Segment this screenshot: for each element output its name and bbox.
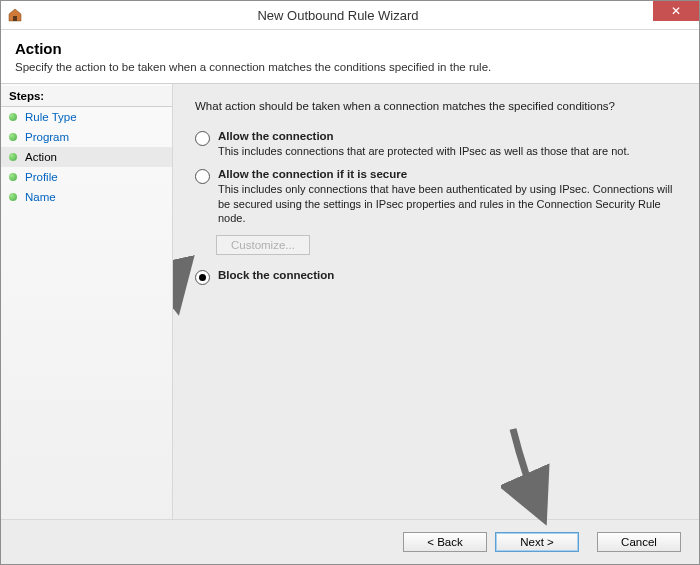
step-bullet-icon <box>9 173 17 181</box>
step-rule-type[interactable]: Rule Type <box>1 107 172 127</box>
option-title: Block the connection <box>218 269 677 281</box>
step-label: Profile <box>25 171 58 183</box>
step-name[interactable]: Name <box>1 187 172 207</box>
svg-rect-0 <box>13 16 17 21</box>
step-label: Program <box>25 131 69 143</box>
step-bullet-icon <box>9 133 17 141</box>
close-icon: ✕ <box>671 5 681 17</box>
option-body: Block the connection <box>218 269 677 283</box>
step-label: Name <box>25 191 56 203</box>
step-label: Rule Type <box>25 111 77 123</box>
action-prompt: What action should be taken when a conne… <box>195 100 677 112</box>
app-icon <box>7 7 23 23</box>
back-button[interactable]: < Back <box>403 532 487 552</box>
step-program[interactable]: Program <box>1 127 172 147</box>
cancel-button[interactable]: Cancel <box>597 532 681 552</box>
step-label: Action <box>25 151 57 163</box>
step-bullet-icon <box>9 193 17 201</box>
next-button[interactable]: Next > <box>495 532 579 552</box>
close-button[interactable]: ✕ <box>653 1 699 21</box>
step-profile[interactable]: Profile <box>1 167 172 187</box>
option-block[interactable]: Block the connection <box>195 269 677 285</box>
steps-sidebar: Steps: Rule Type Program Action Profile … <box>1 84 173 519</box>
customize-row: Customize... <box>216 235 677 255</box>
option-title: Allow the connection if it is secure <box>218 168 677 180</box>
footer: < Back Next > Cancel <box>1 519 699 564</box>
title-bar: New Outbound Rule Wizard ✕ <box>1 1 699 30</box>
option-desc: This includes only connections that have… <box>218 182 677 225</box>
option-body: Allow the connection if it is secure Thi… <box>218 168 677 225</box>
page-title: Action <box>15 40 685 57</box>
option-title: Allow the connection <box>218 130 677 142</box>
radio-allow[interactable] <box>195 131 210 146</box>
step-bullet-icon <box>9 153 17 161</box>
window-title: New Outbound Rule Wizard <box>23 8 653 23</box>
step-action[interactable]: Action <box>1 147 172 167</box>
option-body: Allow the connection This includes conne… <box>218 130 677 158</box>
customize-button: Customize... <box>216 235 310 255</box>
option-desc: This includes connections that are prote… <box>218 144 677 158</box>
radio-block[interactable] <box>195 270 210 285</box>
option-allow-secure[interactable]: Allow the connection if it is secure Thi… <box>195 168 677 225</box>
wizard-window: New Outbound Rule Wizard ✕ Action Specif… <box>0 0 700 565</box>
page-subtitle: Specify the action to be taken when a co… <box>15 61 685 73</box>
header: Action Specify the action to be taken wh… <box>1 30 699 83</box>
content-area: What action should be taken when a conne… <box>173 84 699 519</box>
steps-heading: Steps: <box>1 86 172 107</box>
option-allow[interactable]: Allow the connection This includes conne… <box>195 130 677 158</box>
step-bullet-icon <box>9 113 17 121</box>
body: Steps: Rule Type Program Action Profile … <box>1 83 699 519</box>
radio-allow-secure[interactable] <box>195 169 210 184</box>
